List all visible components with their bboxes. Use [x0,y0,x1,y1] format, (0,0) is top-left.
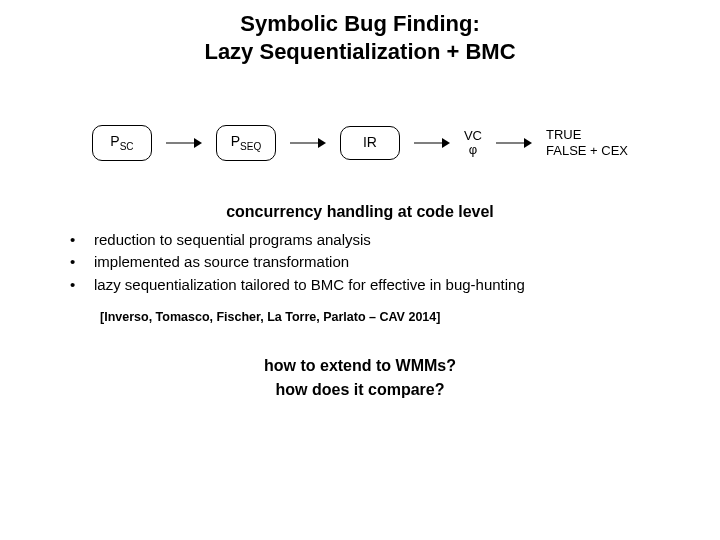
question-1: how to extend to WMMs? [264,357,456,374]
title-line-2: Lazy Sequentialization + BMC [204,39,515,64]
result-false: FALSE + CEX [546,143,628,158]
bullet-text: lazy sequentialization tailored to BMC f… [94,274,525,297]
box-p-sc: PSC [92,125,152,161]
questions-block: how to extend to WMMs? how does it compa… [0,354,720,402]
slide-title: Symbolic Bug Finding: Lazy Sequentializa… [0,0,720,65]
list-item: • reduction to sequential programs analy… [70,229,720,252]
result-node: TRUE FALSE + CEX [546,127,628,160]
ir-label: IR [363,134,377,150]
p-seq-sub: SEQ [240,141,261,152]
p-sc-base: P [110,133,119,149]
list-item: • lazy sequentialization tailored to BMC… [70,274,720,297]
result-true: TRUE [546,127,581,142]
citation-text: [Inverso, Tomasco, Fischer, La Torre, Pa… [100,310,720,324]
bullet-icon: • [70,251,94,274]
bullet-text: implemented as source transformation [94,251,349,274]
pipeline-diagram: PSC PSEQ IR VC φ TRUE FALSE + CEX [0,125,720,161]
bullet-list: • reduction to sequential programs analy… [70,229,720,297]
bullet-text: reduction to sequential programs analysi… [94,229,371,252]
vc-node: VC φ [464,129,482,156]
bullet-icon: • [70,229,94,252]
arrow-icon [414,136,450,150]
p-seq-base: P [231,133,240,149]
list-item: • implemented as source transformation [70,251,720,274]
p-sc-sub: SC [120,141,134,152]
section-subtitle: concurrency handling at code level [0,203,720,221]
vc-bot: φ [469,142,477,157]
arrow-icon [166,136,202,150]
arrow-icon [496,136,532,150]
bullet-icon: • [70,274,94,297]
box-p-seq: PSEQ [216,125,276,161]
title-line-1: Symbolic Bug Finding: [240,11,480,36]
question-2: how does it compare? [276,381,445,398]
arrow-icon [290,136,326,150]
box-ir: IR [340,126,400,159]
